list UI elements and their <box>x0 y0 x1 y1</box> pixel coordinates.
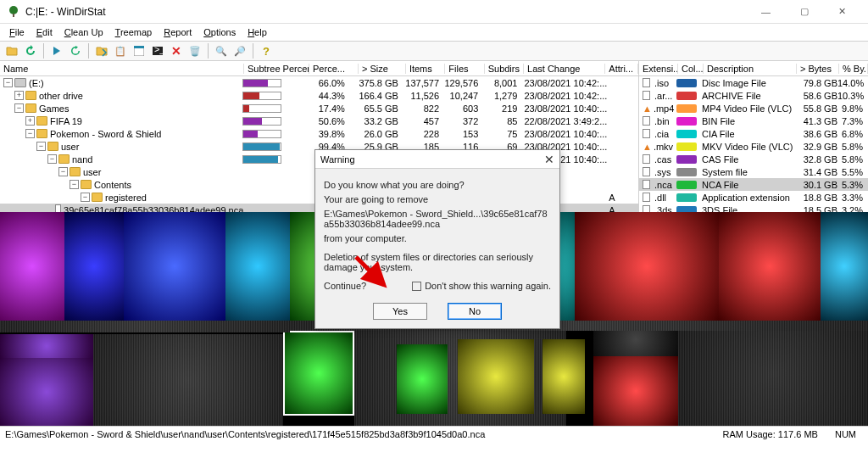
dialog-titlebar[interactable]: Warning ✕ <box>315 150 559 169</box>
tree-row[interactable]: +FIFA 1950.6%33.2 GB4573728522/08/2021 3… <box>0 114 638 127</box>
menu-help[interactable]: Help <box>242 25 273 39</box>
tree-header-cell[interactable]: Attri... <box>605 64 638 74</box>
svg-rect-3 <box>134 46 144 48</box>
expander-icon[interactable]: − <box>58 167 68 176</box>
checkbox-icon <box>412 282 421 291</box>
treemap-block[interactable] <box>542 339 585 414</box>
open-button[interactable] <box>3 42 20 59</box>
folder-icon <box>81 180 92 189</box>
minimize-button[interactable]: — <box>747 0 785 24</box>
tree-header-cell[interactable]: Subdirs <box>485 64 524 74</box>
ext-row[interactable]: .binBIN File41.3 GB7.3% <box>639 114 868 127</box>
status-ram: RAM Usage: 117.6 MB <box>722 429 818 439</box>
treemap-block[interactable] <box>0 212 64 321</box>
ext-header-cell[interactable]: % By... <box>839 64 868 74</box>
tree-header-cell[interactable]: Items <box>406 64 445 74</box>
ext-body[interactable]: .isoDisc Image File79.8 GB14.0%.ar...ARC… <box>639 76 868 212</box>
treemap-block[interactable] <box>397 344 448 414</box>
file-icon <box>643 167 650 176</box>
dialog-title: Warning <box>320 154 355 165</box>
refresh-button[interactable] <box>67 42 84 59</box>
move-button[interactable] <box>93 42 110 59</box>
ext-header-cell[interactable]: Description <box>704 64 797 74</box>
expander-icon[interactable]: − <box>47 154 57 164</box>
ext-row[interactable]: ▲.mkvMKV Video File (VLC)32.9 GB5.8% <box>639 140 868 153</box>
statusbar: E:\Games\Pokemon - Sword & Shield\user\n… <box>0 426 868 441</box>
tree-header-cell[interactable]: Perce... <box>309 64 359 74</box>
ext-header-cell[interactable]: Extensi... <box>639 64 678 74</box>
app-icon <box>7 5 20 19</box>
ext-row[interactable]: .dllApplication extension18.8 GB3.3% <box>639 191 868 204</box>
zoom-in-button[interactable]: 🔍 <box>213 42 230 59</box>
help-button[interactable]: ? <box>258 42 275 59</box>
ext-row[interactable]: .ciaCIA File38.6 GB6.8% <box>639 127 868 140</box>
expander-icon[interactable]: − <box>3 78 13 87</box>
treemap-block[interactable] <box>283 331 354 416</box>
tree-header-cell[interactable]: Subtree Percent... <box>244 64 309 74</box>
file-icon <box>643 129 650 138</box>
treemap-block[interactable] <box>225 212 290 321</box>
treemap-block[interactable] <box>124 212 225 321</box>
menu-options[interactable]: Options <box>198 25 242 39</box>
separator <box>43 43 44 59</box>
zoom-out-button[interactable]: 🔎 <box>231 42 248 59</box>
treemap-block[interactable] <box>593 356 678 426</box>
menu-treemap[interactable]: Treemap <box>109 25 159 39</box>
expander-icon[interactable]: + <box>14 91 24 100</box>
maximize-button[interactable]: ▢ <box>785 0 823 24</box>
explorer-button[interactable] <box>131 42 147 59</box>
tree-row[interactable]: −(E:)66.0%375.8 GB137,577129,5768,00123/… <box>0 76 638 89</box>
expander-icon[interactable]: − <box>14 103 24 113</box>
menu-edit[interactable]: Edit <box>31 25 58 39</box>
folder-icon <box>47 142 58 151</box>
expander-icon[interactable]: + <box>25 116 35 126</box>
tree-header-cell[interactable]: Last Change <box>524 64 605 74</box>
copy-path-button[interactable]: 📋 <box>112 42 129 59</box>
ext-row[interactable]: .sysSystem file31.4 GB5.5% <box>639 165 868 178</box>
menu-report[interactable]: Report <box>158 25 198 39</box>
ext-row[interactable]: .isoDisc Image File79.8 GB14.0% <box>639 76 868 89</box>
ext-row[interactable]: .casCAS File32.8 GB5.8% <box>639 153 868 165</box>
yes-button[interactable]: Yes <box>373 303 427 320</box>
delete-button[interactable]: ✕ <box>168 42 185 59</box>
treemap-block[interactable] <box>458 339 534 414</box>
drive-icon <box>14 78 26 87</box>
tree-header-cell[interactable]: Name <box>0 64 244 74</box>
expander-icon[interactable]: − <box>81 193 90 202</box>
cmd-button[interactable]: >_ <box>149 42 166 59</box>
expander-icon[interactable]: − <box>70 180 79 189</box>
tree-row[interactable]: −Games17.4%65.5 GB82260321923/08/2021 10… <box>0 102 638 114</box>
treemap-block[interactable] <box>64 212 124 321</box>
tree-row[interactable]: −Pokemon - Sword & Shield39.8%26.0 GB228… <box>0 127 638 140</box>
menu-clean-up[interactable]: Clean Up <box>58 25 109 39</box>
no-button[interactable]: No <box>448 303 502 320</box>
ext-row[interactable]: ▲.mp4MP4 Video File (VLC)55.8 GB9.8% <box>639 102 868 114</box>
dialog-close-button[interactable]: ✕ <box>544 153 554 166</box>
dialog-line4: from your computer. <box>324 233 551 243</box>
expander-icon[interactable]: − <box>36 142 46 151</box>
menu-file[interactable]: File <box>3 25 31 39</box>
file-icon <box>643 78 650 87</box>
ext-row[interactable]: .3ds3DS File18.5 GB3.2% <box>639 204 868 212</box>
refresh-all-button[interactable] <box>22 42 39 59</box>
dont-show-checkbox[interactable]: Don't show this warning again. <box>412 281 551 291</box>
ext-row[interactable]: .ncaNCA File30.1 GB5.3% <box>639 178 868 191</box>
treemap-block[interactable] <box>821 212 868 321</box>
ext-header-cell[interactable]: > Bytes <box>797 64 839 74</box>
treemap-block[interactable] <box>0 358 93 426</box>
treemap-block[interactable] <box>719 212 821 321</box>
tree-header-cell[interactable]: Files <box>445 64 484 74</box>
tree-header-cell[interactable]: > Size <box>359 64 406 74</box>
folder-icon <box>25 91 36 100</box>
treemap-block[interactable] <box>575 212 719 321</box>
expander-icon[interactable]: − <box>25 129 35 138</box>
close-button[interactable]: ✕ <box>823 0 861 24</box>
tree-row[interactable]: +other drive44.3%166.4 GB11,52610,2471,2… <box>0 89 638 102</box>
play-button[interactable] <box>48 42 65 59</box>
folder-icon <box>58 154 70 164</box>
ext-row[interactable]: .ar...ARCHIVE File58.6 GB10.3% <box>639 89 868 102</box>
status-num: NUM <box>835 429 856 439</box>
ext-header-cell[interactable]: Col... <box>678 64 704 74</box>
recycle-button[interactable]: 🗑️ <box>186 42 203 59</box>
treemap-block[interactable] <box>0 334 93 358</box>
